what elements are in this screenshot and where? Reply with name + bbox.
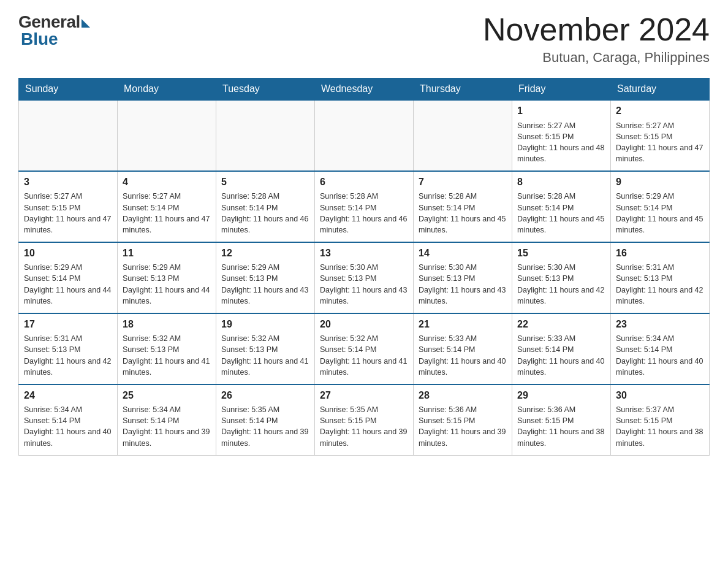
table-row: 14Sunrise: 5:30 AMSunset: 5:13 PMDayligh…: [414, 242, 512, 313]
table-row: 9Sunrise: 5:29 AMSunset: 5:14 PMDaylight…: [611, 171, 710, 242]
table-row: 5Sunrise: 5:28 AMSunset: 5:14 PMDaylight…: [216, 171, 315, 242]
day-number: 27: [320, 389, 408, 402]
calendar-table: Sunday Monday Tuesday Wednesday Thursday…: [18, 78, 710, 455]
day-info: Sunrise: 5:29 AMSunset: 5:13 PMDaylight:…: [123, 262, 211, 307]
day-info: Sunrise: 5:32 AMSunset: 5:13 PMDaylight:…: [221, 333, 309, 378]
table-row: 17Sunrise: 5:31 AMSunset: 5:13 PMDayligh…: [19, 313, 118, 385]
day-info: Sunrise: 5:28 AMSunset: 5:14 PMDaylight:…: [517, 191, 605, 236]
day-number: 14: [419, 247, 507, 260]
table-row: 22Sunrise: 5:33 AMSunset: 5:14 PMDayligh…: [512, 313, 611, 385]
table-row: 21Sunrise: 5:33 AMSunset: 5:14 PMDayligh…: [414, 313, 512, 385]
col-thursday: Thursday: [414, 79, 512, 101]
day-info: Sunrise: 5:36 AMSunset: 5:15 PMDaylight:…: [517, 404, 605, 449]
table-row: [118, 100, 216, 171]
day-info: Sunrise: 5:30 AMSunset: 5:13 PMDaylight:…: [320, 262, 408, 307]
table-row: 28Sunrise: 5:36 AMSunset: 5:15 PMDayligh…: [414, 385, 512, 455]
logo-blue-text: Blue: [21, 29, 58, 49]
table-row: 19Sunrise: 5:32 AMSunset: 5:13 PMDayligh…: [216, 313, 315, 385]
day-number: 19: [221, 318, 309, 331]
table-row: 20Sunrise: 5:32 AMSunset: 5:14 PMDayligh…: [315, 313, 414, 385]
col-friday: Friday: [512, 79, 611, 101]
day-info: Sunrise: 5:35 AMSunset: 5:14 PMDaylight:…: [221, 404, 309, 449]
day-info: Sunrise: 5:31 AMSunset: 5:13 PMDaylight:…: [24, 333, 112, 378]
table-row: 27Sunrise: 5:35 AMSunset: 5:15 PMDayligh…: [315, 385, 414, 455]
table-row: 3Sunrise: 5:27 AMSunset: 5:15 PMDaylight…: [19, 171, 118, 242]
day-number: 26: [221, 389, 309, 402]
day-info: Sunrise: 5:27 AMSunset: 5:14 PMDaylight:…: [123, 191, 211, 236]
day-number: 5: [221, 175, 309, 189]
logo-arrow-icon: [82, 19, 90, 28]
day-info: Sunrise: 5:34 AMSunset: 5:14 PMDaylight:…: [616, 333, 704, 378]
table-row: 11Sunrise: 5:29 AMSunset: 5:13 PMDayligh…: [118, 242, 216, 313]
col-sunday: Sunday: [19, 79, 118, 101]
table-row: 18Sunrise: 5:32 AMSunset: 5:13 PMDayligh…: [118, 313, 216, 385]
day-info: Sunrise: 5:29 AMSunset: 5:13 PMDaylight:…: [221, 262, 309, 307]
page-header: General Blue November 2024 Butuan, Carag…: [18, 12, 710, 66]
day-info: Sunrise: 5:29 AMSunset: 5:14 PMDaylight:…: [616, 191, 704, 236]
day-number: 6: [320, 175, 408, 189]
day-info: Sunrise: 5:32 AMSunset: 5:13 PMDaylight:…: [123, 333, 211, 378]
table-row: [414, 100, 512, 171]
day-info: Sunrise: 5:28 AMSunset: 5:14 PMDaylight:…: [419, 191, 507, 236]
day-info: Sunrise: 5:27 AMSunset: 5:15 PMDaylight:…: [517, 120, 605, 165]
calendar-week-3: 10Sunrise: 5:29 AMSunset: 5:14 PMDayligh…: [19, 242, 710, 313]
col-tuesday: Tuesday: [216, 79, 315, 101]
day-number: 2: [616, 104, 704, 118]
day-number: 10: [24, 247, 112, 260]
table-row: 25Sunrise: 5:34 AMSunset: 5:14 PMDayligh…: [118, 385, 216, 455]
table-row: 26Sunrise: 5:35 AMSunset: 5:14 PMDayligh…: [216, 385, 315, 455]
day-info: Sunrise: 5:27 AMSunset: 5:15 PMDaylight:…: [616, 120, 704, 165]
day-number: 12: [221, 247, 309, 260]
table-row: 24Sunrise: 5:34 AMSunset: 5:14 PMDayligh…: [19, 385, 118, 455]
day-info: Sunrise: 5:28 AMSunset: 5:14 PMDaylight:…: [320, 191, 408, 236]
day-number: 29: [517, 389, 605, 402]
day-info: Sunrise: 5:35 AMSunset: 5:15 PMDaylight:…: [320, 404, 408, 449]
table-row: [216, 100, 315, 171]
day-number: 11: [123, 247, 211, 260]
day-info: Sunrise: 5:28 AMSunset: 5:14 PMDaylight:…: [221, 191, 309, 236]
calendar-week-2: 3Sunrise: 5:27 AMSunset: 5:15 PMDaylight…: [19, 171, 710, 242]
day-info: Sunrise: 5:29 AMSunset: 5:14 PMDaylight:…: [24, 262, 112, 307]
table-row: 7Sunrise: 5:28 AMSunset: 5:14 PMDaylight…: [414, 171, 512, 242]
day-number: 20: [320, 318, 408, 331]
table-row: 30Sunrise: 5:37 AMSunset: 5:15 PMDayligh…: [611, 385, 710, 455]
day-info: Sunrise: 5:33 AMSunset: 5:14 PMDaylight:…: [419, 333, 507, 378]
table-row: 4Sunrise: 5:27 AMSunset: 5:14 PMDaylight…: [118, 171, 216, 242]
day-number: 16: [616, 247, 704, 260]
table-row: [19, 100, 118, 171]
day-number: 23: [616, 318, 704, 331]
day-info: Sunrise: 5:33 AMSunset: 5:14 PMDaylight:…: [517, 333, 605, 378]
logo: General Blue: [18, 12, 90, 49]
table-row: 15Sunrise: 5:30 AMSunset: 5:13 PMDayligh…: [512, 242, 611, 313]
day-number: 18: [123, 318, 211, 331]
col-saturday: Saturday: [611, 79, 710, 101]
day-number: 8: [517, 175, 605, 189]
calendar-week-1: 1Sunrise: 5:27 AMSunset: 5:15 PMDaylight…: [19, 100, 710, 171]
day-number: 4: [123, 175, 211, 189]
day-info: Sunrise: 5:31 AMSunset: 5:13 PMDaylight:…: [616, 262, 704, 307]
table-row: 13Sunrise: 5:30 AMSunset: 5:13 PMDayligh…: [315, 242, 414, 313]
calendar-week-4: 17Sunrise: 5:31 AMSunset: 5:13 PMDayligh…: [19, 313, 710, 385]
col-wednesday: Wednesday: [315, 79, 414, 101]
day-number: 28: [419, 389, 507, 402]
table-row: 12Sunrise: 5:29 AMSunset: 5:13 PMDayligh…: [216, 242, 315, 313]
day-info: Sunrise: 5:32 AMSunset: 5:14 PMDaylight:…: [320, 333, 408, 378]
day-number: 3: [24, 175, 112, 189]
day-number: 13: [320, 247, 408, 260]
day-info: Sunrise: 5:30 AMSunset: 5:13 PMDaylight:…: [419, 262, 507, 307]
table-row: 23Sunrise: 5:34 AMSunset: 5:14 PMDayligh…: [611, 313, 710, 385]
day-info: Sunrise: 5:37 AMSunset: 5:15 PMDaylight:…: [616, 404, 704, 449]
day-number: 7: [419, 175, 507, 189]
day-info: Sunrise: 5:36 AMSunset: 5:15 PMDaylight:…: [419, 404, 507, 449]
location-subtitle: Butuan, Caraga, Philippines: [483, 50, 710, 66]
day-number: 25: [123, 389, 211, 402]
calendar-week-5: 24Sunrise: 5:34 AMSunset: 5:14 PMDayligh…: [19, 385, 710, 455]
day-number: 22: [517, 318, 605, 331]
table-row: 2Sunrise: 5:27 AMSunset: 5:15 PMDaylight…: [611, 100, 710, 171]
month-year-title: November 2024: [483, 12, 710, 47]
day-number: 1: [517, 104, 605, 118]
day-info: Sunrise: 5:30 AMSunset: 5:13 PMDaylight:…: [517, 262, 605, 307]
calendar-header-row: Sunday Monday Tuesday Wednesday Thursday…: [19, 79, 710, 101]
day-info: Sunrise: 5:27 AMSunset: 5:15 PMDaylight:…: [24, 191, 112, 236]
title-block: November 2024 Butuan, Caraga, Philippine…: [483, 12, 710, 66]
